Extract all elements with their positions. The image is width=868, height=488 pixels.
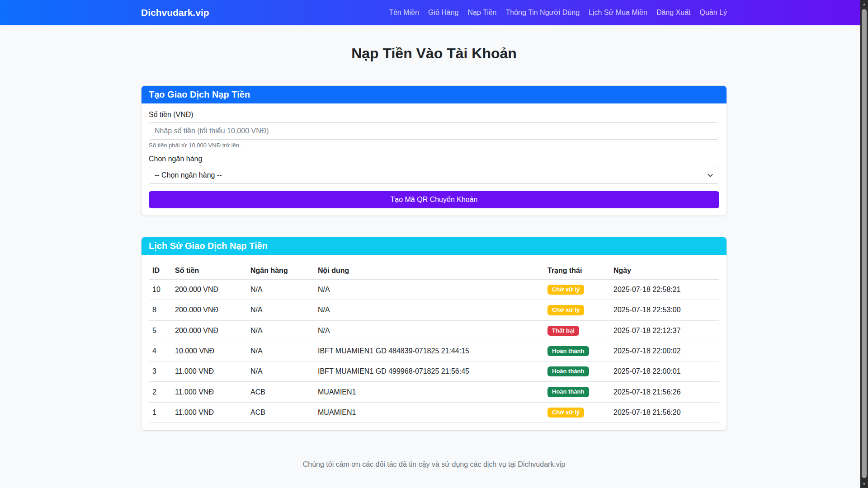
footer-text: Chúng tôi cảm ơn các đối tác đã tin cậy …: [141, 460, 727, 482]
table-header-row: ID Số tiền Ngân hàng Nội dung Trạng thái…: [149, 262, 719, 280]
cell-id: 2: [149, 382, 171, 402]
cell-bank: N/A: [247, 361, 314, 382]
table-row: 3 11.000 VNĐ N/A IBFT MUAMIEN1 GD 499968…: [149, 361, 719, 382]
nav-item-dang-xuat[interactable]: Đăng Xuất: [656, 9, 691, 17]
nav-item-quan-ly[interactable]: Quản Lý: [700, 9, 727, 17]
amount-input[interactable]: [149, 122, 719, 140]
cell-amount: 200.000 VNĐ: [171, 300, 247, 320]
status-badge: Hoàn thành: [547, 346, 589, 356]
history-card: Lịch Sử Giao Dịch Nạp Tiền ID Số tiền Ng…: [141, 237, 727, 431]
table-row: 10 200.000 VNĐ N/A N/A Chờ xử lý 2025-07…: [149, 280, 719, 300]
status-badge: Hoàn thành: [547, 366, 589, 376]
bank-select[interactable]: -- Chọn ngân hàng --: [149, 167, 719, 184]
nav-item-gio-hang[interactable]: Giỏ Hàng: [428, 9, 459, 17]
history-table: ID Số tiền Ngân hàng Nội dung Trạng thái…: [149, 262, 719, 423]
cell-amount: 200.000 VNĐ: [171, 280, 247, 300]
bank-label: Chọn ngân hàng: [149, 155, 719, 163]
cell-bank: ACB: [247, 382, 314, 402]
status-badge: Chờ xử lý: [547, 408, 584, 418]
status-badge: Thất bại: [547, 326, 579, 336]
cell-id: 10: [149, 280, 171, 300]
nav-item-lich-su-mua-mien[interactable]: Lịch Sử Mua Miền: [589, 9, 647, 17]
cell-amount: 200.000 VNĐ: [171, 320, 247, 341]
table-row: 2 11.000 VNĐ ACB MUAMIEN1 Hoàn thành 202…: [149, 382, 719, 402]
deposit-card-header: Tạo Giao Dịch Nạp Tiền: [142, 86, 726, 103]
cell-date: 2025-07-18 22:53:00: [610, 300, 719, 320]
cell-bank: ACB: [247, 402, 314, 422]
col-header-date: Ngày: [610, 262, 719, 280]
status-badge: Chờ xử lý: [547, 305, 584, 315]
scrollbar-thumb[interactable]: [862, 9, 867, 478]
cell-bank: N/A: [247, 341, 314, 361]
bank-select-value: -- Chọn ngân hàng --: [155, 171, 222, 179]
cell-id: 3: [149, 361, 171, 382]
cell-bank: N/A: [247, 300, 314, 320]
navbar: Dichvudark.vip Tên Miền Giỏ Hàng Nạp Tiề…: [0, 0, 868, 25]
cell-content: N/A: [314, 300, 544, 320]
col-header-status: Trạng thái: [544, 262, 610, 280]
deposit-form-card: Tạo Giao Dịch Nạp Tiền Số tiền (VNĐ) Số …: [141, 85, 727, 216]
status-badge: Hoàn thành: [547, 387, 589, 397]
status-badge: Chờ xử lý: [547, 285, 584, 295]
brand-logo[interactable]: Dichvudark.vip: [141, 7, 209, 18]
col-header-amount: Số tiền: [171, 262, 247, 280]
nav-item-thong-tin-nguoi-dung[interactable]: Thông Tin Người Dùng: [506, 9, 580, 17]
nav-links: Tên Miền Giỏ Hàng Nạp Tiền Thông Tin Ngư…: [389, 9, 727, 17]
create-qr-button[interactable]: Tạo Mã QR Chuyển Khoản: [149, 191, 719, 208]
cell-content: MUAMIEN1: [314, 402, 544, 422]
nav-item-nap-tien[interactable]: Nạp Tiền: [467, 9, 496, 17]
vertical-scrollbar[interactable]: ▲ ▼: [860, 0, 868, 488]
cell-amount: 10.000 VNĐ: [171, 341, 247, 361]
history-card-body: ID Số tiền Ngân hàng Nội dung Trạng thái…: [142, 255, 726, 430]
cell-date: 2025-07-18 22:00:01: [610, 361, 719, 382]
cell-date: 2025-07-18 21:56:20: [610, 402, 719, 422]
table-row: 1 11.000 VNĐ ACB MUAMIEN1 Chờ xử lý 2025…: [149, 402, 719, 422]
cell-date: 2025-07-18 22:00:02: [610, 341, 719, 361]
cell-content: IBFT MUAMIEN1 GD 499968-071825 21:56:45: [314, 361, 544, 382]
amount-label: Số tiền (VNĐ): [149, 111, 719, 119]
cell-id: 8: [149, 300, 171, 320]
cell-amount: 11.000 VNĐ: [171, 382, 247, 402]
amount-help-text: Số tiền phải từ 10,000 VNĐ trở lên.: [149, 142, 719, 149]
cell-content: N/A: [314, 320, 544, 341]
cell-amount: 11.000 VNĐ: [171, 361, 247, 382]
cell-content: N/A: [314, 280, 544, 300]
table-row: 4 10.000 VNĐ N/A IBFT MUAMIEN1 GD 484839…: [149, 341, 719, 361]
navbar-inner: Dichvudark.vip Tên Miền Giỏ Hàng Nạp Tiề…: [141, 7, 727, 18]
cell-id: 1: [149, 402, 171, 422]
cell-id: 5: [149, 320, 171, 341]
col-header-id: ID: [149, 262, 171, 280]
cell-content: IBFT MUAMIEN1 GD 484839-071825 21:44:15: [314, 341, 544, 361]
cell-bank: N/A: [247, 320, 314, 341]
scroll-down-icon[interactable]: ▼: [860, 480, 868, 488]
nav-item-ten-mien[interactable]: Tên Miền: [389, 9, 419, 17]
deposit-card-body: Số tiền (VNĐ) Số tiền phải từ 10,000 VNĐ…: [142, 103, 726, 216]
cell-id: 4: [149, 341, 171, 361]
cell-date: 2025-07-18 22:58:21: [610, 280, 719, 300]
table-row: 8 200.000 VNĐ N/A N/A Chờ xử lý 2025-07-…: [149, 300, 719, 320]
cell-date: 2025-07-18 21:56:26: [610, 382, 719, 402]
col-header-content: Nội dung: [314, 262, 544, 280]
page-title: Nạp Tiền Vào Tài Khoản: [141, 45, 727, 62]
cell-content: MUAMIEN1: [314, 382, 544, 402]
cell-date: 2025-07-18 22:12:37: [610, 320, 719, 341]
chevron-down-icon: [707, 172, 713, 178]
main-content: Nạp Tiền Vào Tài Khoản Tạo Giao Dịch Nạp…: [141, 45, 727, 482]
col-header-bank: Ngân hàng: [247, 262, 314, 280]
scroll-up-icon[interactable]: ▲: [860, 0, 868, 8]
cell-bank: N/A: [247, 280, 314, 300]
history-card-header: Lịch Sử Giao Dịch Nạp Tiền: [142, 237, 726, 255]
table-row: 5 200.000 VNĐ N/A N/A Thất bại 2025-07-1…: [149, 320, 719, 341]
cell-amount: 11.000 VNĐ: [171, 402, 247, 422]
